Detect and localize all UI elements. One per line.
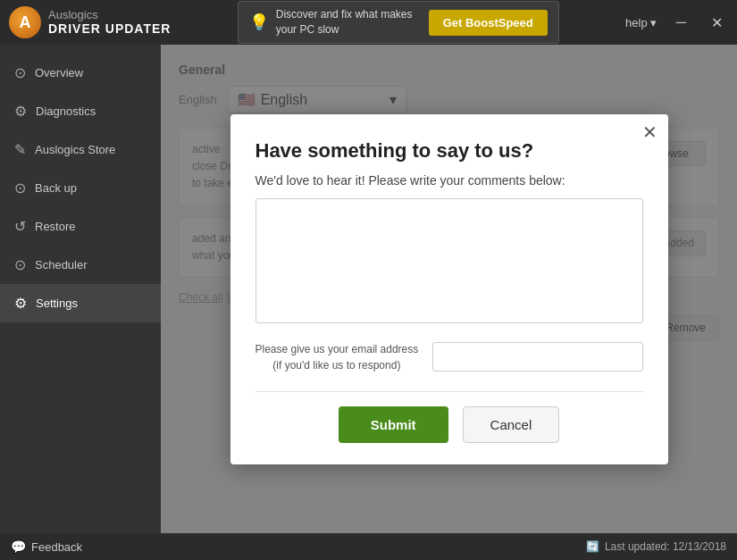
chevron-down-icon: ▾ <box>650 16 657 29</box>
app-title: Auslogics DRIVER UPDATER <box>48 8 171 37</box>
sidebar: ⊙ Overview ⚙ Diagnostics ✎ Auslogics Sto… <box>0 45 161 533</box>
modal-subtitle: We'd love to hear it! Please write your … <box>255 173 643 188</box>
sidebar-item-backup[interactable]: ⊙ Back up <box>0 169 161 207</box>
window-controls: help ▾ ─ ✕ <box>625 11 728 35</box>
overview-icon: ⊙ <box>14 64 26 81</box>
email-row: Please give us your email address(if you… <box>255 341 643 373</box>
minimize-button[interactable]: ─ <box>671 11 691 34</box>
email-label: Please give us your email address(if you… <box>255 341 419 373</box>
sidebar-item-label: Auslogics Store <box>35 143 115 156</box>
feedback-textarea[interactable] <box>255 198 643 323</box>
sidebar-item-label: Restore <box>35 220 76 233</box>
promo-icon: 💡 <box>249 13 269 32</box>
sidebar-item-label: Overview <box>35 66 83 79</box>
promo-banner: 💡 Discover and fix what makes your PC sl… <box>238 1 559 44</box>
top-bar: A Auslogics DRIVER UPDATER 💡 Discover an… <box>0 0 737 45</box>
restore-icon: ↺ <box>14 218 26 235</box>
sidebar-item-scheduler[interactable]: ⊙ Scheduler <box>0 246 161 284</box>
sidebar-item-label: Scheduler <box>35 258 88 272</box>
last-updated: 🔄 Last updated: 12/13/2018 <box>586 540 726 553</box>
sidebar-item-diagnostics[interactable]: ⚙ Diagnostics <box>0 92 161 130</box>
modal-title: Have something to say to us? <box>255 139 643 163</box>
modal-overlay: ✕ Have something to say to us? We'd love… <box>161 45 737 533</box>
last-updated-text: Last updated: 12/13/2018 <box>605 540 726 553</box>
app-logo: A <box>9 6 41 38</box>
scheduler-icon: ⊙ <box>14 256 26 273</box>
status-bar: 💬 Feedback 🔄 Last updated: 12/13/2018 <box>0 533 737 560</box>
feedback-modal: ✕ Have something to say to us? We'd love… <box>230 114 668 464</box>
modal-buttons: Submit Cancel <box>255 406 643 443</box>
promo-text: Discover and fix what makes your PC slow <box>276 7 422 38</box>
sidebar-item-settings[interactable]: ⚙ Settings <box>0 284 161 322</box>
sidebar-item-restore[interactable]: ↺ Restore <box>0 207 161 246</box>
cancel-button[interactable]: Cancel <box>463 406 560 443</box>
help-button[interactable]: help ▾ <box>625 16 657 29</box>
modal-close-button[interactable]: ✕ <box>642 123 657 141</box>
content-area: General English 🇺🇸 English ▾ Browse acti… <box>161 45 737 533</box>
feedback-label: Feedback <box>31 540 82 554</box>
settings-icon: ⚙ <box>14 295 27 312</box>
close-button[interactable]: ✕ <box>706 11 728 35</box>
diagnostics-icon: ⚙ <box>14 103 27 120</box>
main-layout: ⊙ Overview ⚙ Diagnostics ✎ Auslogics Sto… <box>0 45 737 533</box>
email-input[interactable] <box>432 342 642 372</box>
modal-divider <box>255 391 643 392</box>
feedback-icon: 💬 <box>11 539 26 554</box>
app-branding: A Auslogics DRIVER UPDATER <box>9 6 171 38</box>
refresh-icon: 🔄 <box>586 540 599 553</box>
sidebar-item-store[interactable]: ✎ Auslogics Store <box>0 130 161 169</box>
app-brand: Auslogics <box>48 8 171 22</box>
backup-icon: ⊙ <box>14 180 26 196</box>
submit-button[interactable]: Submit <box>339 406 448 443</box>
sidebar-item-label: Diagnostics <box>36 104 96 118</box>
app-product: DRIVER UPDATER <box>48 21 171 37</box>
store-icon: ✎ <box>14 141 26 158</box>
sidebar-item-overview[interactable]: ⊙ Overview <box>0 54 161 92</box>
sidebar-item-label: Settings <box>36 297 78 310</box>
sidebar-item-label: Back up <box>35 181 77 195</box>
get-boostspeed-button[interactable]: Get BoostSpeed <box>429 10 548 36</box>
feedback-button[interactable]: 💬 Feedback <box>11 539 82 554</box>
